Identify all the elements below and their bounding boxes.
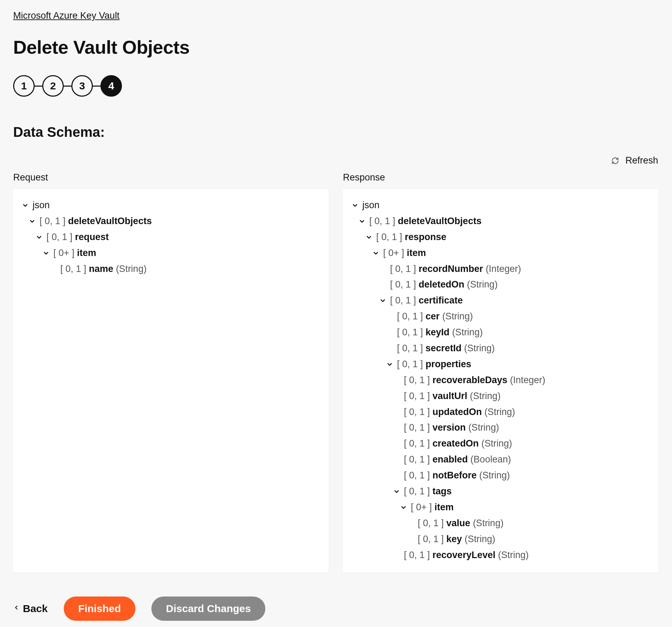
schema-node-recoveryLevel: [ 0, 1 ] recoveryLevel (String) (351, 547, 650, 563)
schema-node-text: [ 0, 1 ] version (String) (404, 420, 499, 436)
response-panel-label: Response (343, 172, 659, 183)
schema-node-text: [ 0, 1 ] key (String) (418, 531, 495, 547)
request-panel: json[ 0, 1 ] deleteVaultObjects[ 0, 1 ] … (13, 189, 329, 573)
chevron-down-icon[interactable] (28, 218, 36, 225)
schema-node-item[interactable]: [ 0+ ] item (351, 245, 650, 261)
schema-node-text: [ 0, 1 ] createdOn (String) (404, 436, 512, 452)
chevron-down-icon[interactable] (372, 249, 380, 257)
finished-button[interactable]: Finished (64, 597, 135, 621)
schema-node-tags[interactable]: [ 0, 1 ] tags (351, 484, 650, 500)
schema-node-text: [ 0, 1 ] cer (String) (397, 309, 473, 325)
schema-node-item[interactable]: [ 0+ ] item (21, 245, 320, 261)
schema-node-json[interactable]: json (351, 197, 650, 213)
schema-node-value: [ 0, 1 ] value (String) (351, 515, 650, 531)
schema-node-recoverableDays: [ 0, 1 ] recoverableDays (Integer) (351, 372, 650, 388)
schema-node-text: [ 0, 1 ] tags (404, 484, 452, 500)
breadcrumb-link[interactable]: Microsoft Azure Key Vault (13, 10, 120, 21)
schema-node-createdOn: [ 0, 1 ] createdOn (String) (351, 436, 650, 452)
schema-node-text: [ 0, 1 ] enabled (Boolean) (404, 452, 511, 468)
schema-node-certificate[interactable]: [ 0, 1 ] certificate (351, 293, 650, 309)
schema-node-recordNumber: [ 0, 1 ] recordNumber (Integer) (351, 261, 650, 277)
chevron-down-icon[interactable] (351, 202, 359, 209)
schema-node-text: [ 0, 1 ] deletedOn (String) (390, 277, 498, 293)
schema-node-key: [ 0, 1 ] key (String) (351, 531, 650, 547)
schema-node-cer: [ 0, 1 ] cer (String) (351, 309, 650, 325)
schema-node-vaultUrl: [ 0, 1 ] vaultUrl (String) (351, 388, 650, 404)
chevron-down-icon[interactable] (386, 361, 394, 368)
schema-node-text: [ 0, 1 ] response (376, 229, 446, 245)
step-connector (35, 86, 42, 87)
back-label: Back (23, 603, 48, 615)
schema-node-request[interactable]: [ 0, 1 ] request (21, 229, 320, 245)
schema-node-text: [ 0+ ] item (411, 500, 454, 515)
schema-node-text: [ 0, 1 ] keyId (String) (397, 325, 483, 341)
schema-node-text: [ 0+ ] item (53, 245, 96, 261)
schema-node-text: [ 0, 1 ] name (String) (60, 261, 147, 277)
refresh-icon (611, 157, 619, 165)
chevron-down-icon[interactable] (365, 233, 373, 241)
schema-node-text: [ 0, 1 ] value (String) (418, 515, 504, 531)
chevron-left-icon (13, 603, 19, 615)
schema-node-updatedOn: [ 0, 1 ] updatedOn (String) (351, 404, 650, 420)
schema-node-item[interactable]: [ 0+ ] item (351, 500, 650, 515)
schema-node-text: [ 0, 1 ] recoveryLevel (String) (404, 547, 529, 563)
schema-node-text: json (362, 197, 380, 213)
schema-node-deletedOn: [ 0, 1 ] deletedOn (String) (351, 277, 650, 293)
schema-node-keyId: [ 0, 1 ] keyId (String) (351, 325, 650, 341)
schema-node-secretId: [ 0, 1 ] secretId (String) (351, 341, 650, 356)
schema-node-text: [ 0, 1 ] deleteVaultObjects (369, 213, 481, 229)
chevron-down-icon[interactable] (21, 202, 29, 209)
page-title: Delete Vault Objects (13, 36, 659, 58)
step-4[interactable]: 4 (100, 75, 122, 97)
schema-node-text: [ 0, 1 ] deleteVaultObjects (39, 213, 152, 229)
chevron-down-icon[interactable] (358, 218, 366, 225)
step-3[interactable]: 3 (71, 75, 93, 97)
refresh-label: Refresh (625, 155, 658, 166)
schema-node-notBefore: [ 0, 1 ] notBefore (String) (351, 468, 650, 484)
schema-node-response[interactable]: [ 0, 1 ] response (351, 229, 650, 245)
schema-node-text: [ 0, 1 ] certificate (390, 293, 463, 309)
schema-node-properties[interactable]: [ 0, 1 ] properties (351, 356, 650, 372)
chevron-down-icon[interactable] (35, 233, 43, 241)
request-panel-label: Request (13, 172, 329, 183)
chevron-down-icon[interactable] (393, 488, 400, 495)
step-connector (93, 86, 100, 87)
chevron-down-icon[interactable] (379, 297, 387, 304)
schema-node-text: [ 0, 1 ] request (46, 229, 109, 245)
schema-node-name: [ 0, 1 ] name (String) (21, 261, 320, 277)
schema-node-deleteVaultObjects[interactable]: [ 0, 1 ] deleteVaultObjects (21, 213, 320, 229)
response-panel: json[ 0, 1 ] deleteVaultObjects[ 0, 1 ] … (343, 189, 659, 573)
discard-button[interactable]: Discard Changes (151, 597, 265, 621)
step-1[interactable]: 1 (13, 75, 35, 97)
chevron-down-icon[interactable] (400, 504, 407, 511)
schema-node-enabled: [ 0, 1 ] enabled (Boolean) (351, 452, 650, 468)
schema-node-deleteVaultObjects[interactable]: [ 0, 1 ] deleteVaultObjects (351, 213, 650, 229)
step-connector (64, 86, 71, 87)
section-title: Data Schema: (13, 124, 659, 140)
stepper: 1234 (13, 75, 659, 97)
schema-node-text: [ 0, 1 ] notBefore (String) (404, 468, 510, 484)
schema-node-text: [ 0, 1 ] properties (397, 356, 471, 372)
schema-node-text: [ 0, 1 ] secretId (String) (397, 341, 495, 356)
schema-node-text: json (33, 197, 50, 213)
schema-node-text: [ 0, 1 ] recordNumber (Integer) (390, 261, 521, 277)
refresh-button[interactable]: Refresh (611, 155, 658, 166)
schema-node-text: [ 0+ ] item (383, 245, 426, 261)
chevron-down-icon[interactable] (42, 249, 50, 257)
back-button[interactable]: Back (13, 603, 48, 615)
schema-node-text: [ 0, 1 ] vaultUrl (String) (404, 388, 501, 404)
schema-node-text: [ 0, 1 ] updatedOn (String) (404, 404, 515, 420)
schema-node-json[interactable]: json (21, 197, 320, 213)
schema-node-version: [ 0, 1 ] version (String) (351, 420, 650, 436)
schema-node-text: [ 0, 1 ] recoverableDays (Integer) (404, 372, 545, 388)
step-2[interactable]: 2 (42, 75, 64, 97)
